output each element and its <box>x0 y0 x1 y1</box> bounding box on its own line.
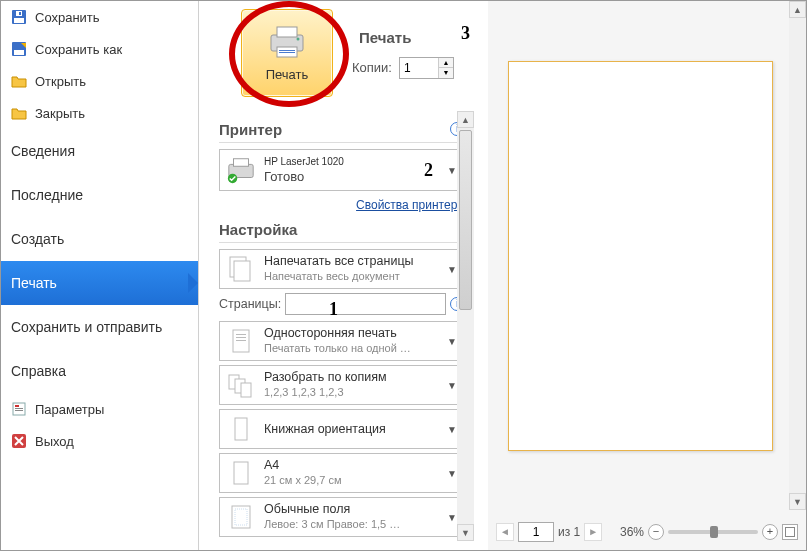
zoom-thumb[interactable] <box>710 526 718 538</box>
sidebar-item-save-send[interactable]: Сохранить и отправить <box>1 305 198 349</box>
pages-label: Страницы: <box>219 297 281 311</box>
sidebar-item-recent[interactable]: Последние <box>1 173 198 217</box>
print-range-dropdown[interactable]: Напечатать все страницы Напечатать весь … <box>219 249 464 289</box>
annotation-1: 1 <box>329 299 338 320</box>
duplex-dropdown[interactable]: Односторонняя печать Печатать только на … <box>219 321 464 361</box>
label: Справка <box>11 363 66 379</box>
collate-sub: 1,2,3 1,2,3 1,2,3 <box>264 386 439 399</box>
range-sub: Напечатать весь документ <box>264 270 439 283</box>
backstage-sidebar: Сохранить Сохранить как Открыть Закрыть … <box>1 1 199 550</box>
zoom-slider[interactable] <box>668 530 758 534</box>
margins-main: Обычные поля <box>264 502 439 517</box>
svg-rect-9 <box>15 410 23 411</box>
print-section-title: Печать <box>359 29 411 46</box>
label: Печать <box>11 275 57 291</box>
preview-statusbar: ◄ из 1 ► 36% − + <box>488 514 806 550</box>
printer-icon <box>267 25 307 63</box>
chevron-down-icon: ▼ <box>447 264 457 275</box>
collate-main: Разобрать по копиям <box>264 370 439 385</box>
printer-status: Готово <box>264 169 416 185</box>
prev-page-button[interactable]: ◄ <box>496 523 514 541</box>
settings-scrollbar[interactable]: ▲ ▼ <box>457 111 474 541</box>
copies-label: Копии: <box>352 60 392 75</box>
page-number-input[interactable] <box>518 522 554 542</box>
printer-name: HP LaserJet 1020 <box>264 156 416 168</box>
duplex-main: Односторонняя печать <box>264 326 439 341</box>
sidebar-item-create[interactable]: Создать <box>1 217 198 261</box>
scroll-thumb[interactable] <box>459 130 472 310</box>
svg-rect-28 <box>241 383 251 397</box>
one-sided-icon <box>226 326 256 356</box>
label: Создать <box>11 231 64 247</box>
label: Выход <box>35 434 74 449</box>
sidebar-item-info[interactable]: Сведения <box>1 129 198 173</box>
sidebar-item-help[interactable]: Справка <box>1 349 198 393</box>
chevron-down-icon: ▼ <box>447 512 457 523</box>
printer-device-icon <box>226 155 256 185</box>
sidebar-item-close[interactable]: Закрыть <box>1 97 198 129</box>
collate-icon <box>226 370 256 400</box>
sidebar-item-open[interactable]: Открыть <box>1 65 198 97</box>
sidebar-item-save[interactable]: Сохранить <box>1 1 198 33</box>
range-main: Напечатать все страницы <box>264 254 439 269</box>
print-settings-panel: Печать Копии: ▲ ▼ 3 Печать Принтер i <box>199 1 474 550</box>
sidebar-item-exit[interactable]: Выход <box>1 425 198 457</box>
svg-rect-12 <box>277 27 297 37</box>
margins-dropdown[interactable]: Обычные поля Левое: 3 см Правое: 1,5 … ▼ <box>219 497 464 537</box>
paper-size-dropdown[interactable]: A4 21 см x 29,7 см ▼ <box>219 453 464 493</box>
preview-scrollbar[interactable]: ▲ ▼ <box>789 1 806 510</box>
zoom-out-button[interactable]: − <box>648 524 664 540</box>
paper-size-icon <box>226 458 256 488</box>
svg-rect-3 <box>19 12 21 15</box>
copies-down-button[interactable]: ▼ <box>439 68 453 78</box>
close-folder-icon <box>11 105 27 121</box>
annotation-2: 2 <box>424 160 433 181</box>
printer-section-title: Принтер <box>219 121 282 138</box>
annotation-3: 3 <box>461 23 470 44</box>
print-preview-pane: ▲ ▼ ◄ из 1 ► 36% − + <box>488 1 806 550</box>
duplex-sub: Печатать только на одной … <box>264 342 439 355</box>
collate-dropdown[interactable]: Разобрать по копиям 1,2,3 1,2,3 1,2,3 ▼ <box>219 365 464 405</box>
copies-input[interactable] <box>400 58 438 78</box>
paper-sub: 21 см x 29,7 см <box>264 474 439 487</box>
scroll-down-button[interactable]: ▼ <box>457 524 474 541</box>
chevron-down-icon: ▼ <box>447 165 457 176</box>
scroll-up-button[interactable]: ▲ <box>457 111 474 128</box>
copies-spinner[interactable]: ▲ ▼ <box>399 57 454 79</box>
orientation-dropdown[interactable]: Книжная ориентация ▼ <box>219 409 464 449</box>
copies-up-button[interactable]: ▲ <box>439 58 453 68</box>
chevron-down-icon: ▼ <box>447 424 457 435</box>
margins-sub: Левое: 3 см Правое: 1,5 … <box>264 518 439 531</box>
paper-main: A4 <box>264 458 439 473</box>
pages-input[interactable] <box>285 293 446 315</box>
label: Сведения <box>11 143 75 159</box>
portrait-icon <box>226 414 256 444</box>
save-icon <box>11 9 27 25</box>
next-page-button[interactable]: ► <box>584 523 602 541</box>
print-button[interactable]: Печать <box>241 9 333 97</box>
chevron-down-icon: ▼ <box>447 468 457 479</box>
chevron-down-icon: ▼ <box>447 380 457 391</box>
scroll-up-button[interactable]: ▲ <box>789 1 806 18</box>
svg-rect-7 <box>15 405 19 407</box>
svg-rect-18 <box>234 159 249 167</box>
svg-rect-5 <box>14 50 24 55</box>
label: Закрыть <box>35 106 85 121</box>
preview-page <box>508 61 773 451</box>
options-icon <box>11 401 27 417</box>
svg-rect-29 <box>235 418 247 440</box>
svg-rect-1 <box>14 18 24 23</box>
sidebar-item-print[interactable]: Печать <box>1 261 198 305</box>
sidebar-item-save-as[interactable]: Сохранить как <box>1 33 198 65</box>
exit-icon <box>11 433 27 449</box>
chevron-down-icon: ▼ <box>447 336 457 347</box>
printer-dropdown[interactable]: HP LaserJet 1020 Готово 2 ▼ <box>219 149 464 191</box>
zoom-fit-button[interactable] <box>782 524 798 540</box>
sidebar-item-options[interactable]: Параметры <box>1 393 198 425</box>
scroll-down-button[interactable]: ▼ <box>789 493 806 510</box>
svg-rect-14 <box>279 50 295 51</box>
zoom-in-button[interactable]: + <box>762 524 778 540</box>
printer-properties-link[interactable]: Свойства принтера <box>356 198 464 212</box>
settings-section-title: Настройка <box>219 221 464 238</box>
save-as-icon <box>11 41 27 57</box>
